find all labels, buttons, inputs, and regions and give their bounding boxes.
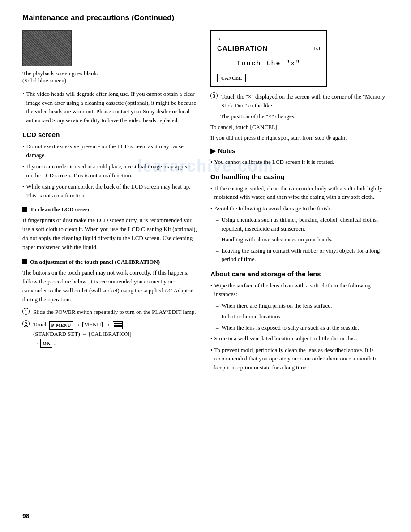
blank-screen-image	[22, 30, 72, 66]
lcd-bullet-2: • If your camcorder is used in a cold pl…	[22, 162, 197, 180]
pmenu-button: P-MENU	[49, 321, 73, 330]
calib-cancel-button[interactable]: CANCEL	[217, 74, 246, 82]
page-number: 98	[22, 512, 30, 519]
step-1: 1 Slide the POWER switch repeatedly to t…	[22, 308, 197, 317]
step-2: 2 Touch P-MENU → [MENU] → (STANDARD SET)…	[22, 320, 197, 348]
calib-title-row: CALIBRATION 1/3	[217, 44, 320, 52]
handling-bullet-1: • If the casing is soiled, clean the cam…	[210, 184, 389, 202]
step-3: 3 Touch the "×" displayed on the screen …	[210, 92, 389, 110]
lcd-screen-heading: LCD screen	[22, 131, 197, 138]
step-3-number: 3	[210, 92, 218, 99]
care-storage-heading: About care and storage of the lens	[210, 270, 389, 278]
menu-icon	[113, 321, 123, 329]
notes-heading: ▶ Notes	[210, 147, 389, 155]
lcd-bullet-3: • While using your camcorder, the back o…	[22, 182, 197, 200]
right-column: × CALIBRATION 1/3 Touch the "x" CANCEL 3…	[210, 30, 389, 377]
calib-x-top: ×	[217, 35, 320, 43]
page-title: Maintenance and precautions (Continued)	[22, 13, 389, 22]
step-2-number: 2	[22, 320, 30, 327]
x-changes-text: The position of the "×" changes.	[220, 113, 389, 120]
care-bullet-2: • Store in a well-ventilated location su…	[210, 334, 389, 343]
black-square-icon-2	[22, 259, 27, 264]
handling-bullet-2: • Avoid the following to avoid damage to…	[210, 204, 389, 213]
care-bullets: • Wipe the surface of the lens clean wit…	[210, 281, 389, 372]
black-square-icon	[22, 207, 27, 212]
calib-page-indicator: 1/3	[313, 45, 320, 52]
care-dash-3: – When the lens is exposed to salty air …	[210, 323, 389, 332]
bullet-dot: •	[22, 90, 25, 124]
adj-touch-heading: On adjustment of the touch panel (CALIBR…	[22, 258, 197, 266]
clean-lcd-text: If fingerprints or dust make the LCD scr…	[22, 216, 197, 252]
clean-lcd-heading: To clean the LCD screen	[22, 206, 197, 213]
cancel-line: To cancel, touch [CANCEL].	[210, 124, 389, 131]
calib-title: CALIBRATION	[217, 44, 268, 52]
lcd-bullets: • Do not exert excessive pressure on the…	[22, 142, 197, 200]
step-2-content: Touch P-MENU → [MENU] → (STANDARD SET) →…	[33, 320, 132, 348]
ok-button: OK	[40, 339, 52, 348]
care-bullet-3: • To prevent mold, periodically clean th…	[210, 346, 389, 372]
care-bullet-1: • Wipe the surface of the lens clean wit…	[210, 281, 389, 299]
handling-heading: On handling the casing	[210, 173, 389, 180]
lightning-icon: ▶	[210, 147, 216, 155]
note-1: • You cannot calibrate the LCD screen if…	[210, 158, 389, 167]
handling-bullets: • If the casing is soiled, clean the cam…	[210, 184, 389, 264]
handling-dash-1: – Using chemicals such as thinner, benzi…	[210, 215, 389, 233]
step-1-number: 1	[22, 308, 30, 315]
blank-screen-caption: The playback screen goes blank. (Solid b…	[22, 70, 197, 84]
calib-touch-text: Touch the "x"	[217, 60, 320, 68]
left-column: The playback screen goes blank. (Solid b…	[22, 30, 197, 377]
video-heads-section: • The video heads will degrade after lon…	[22, 90, 197, 124]
care-dash-2: – In hot or humid locations	[210, 312, 389, 321]
video-heads-bullet: • The video heads will degrade after lon…	[22, 90, 197, 124]
calibration-box: × CALIBRATION 1/3 Touch the "x" CANCEL	[210, 30, 327, 87]
if-not-press: If you did not press the right spot, sta…	[210, 134, 389, 142]
handling-dash-3: – Leaving the casing in contact with rub…	[210, 246, 389, 264]
care-dash-1: – When there are fingerprints on the len…	[210, 301, 389, 310]
notes-block: ▶ Notes • You cannot calibrate the LCD s…	[210, 147, 389, 167]
lcd-bullet-1: • Do not exert excessive pressure on the…	[22, 142, 197, 159]
adj-touch-text: The buttons on the touch panel may not w…	[22, 268, 197, 305]
handling-dash-2: – Handling with above substances on your…	[210, 235, 389, 244]
